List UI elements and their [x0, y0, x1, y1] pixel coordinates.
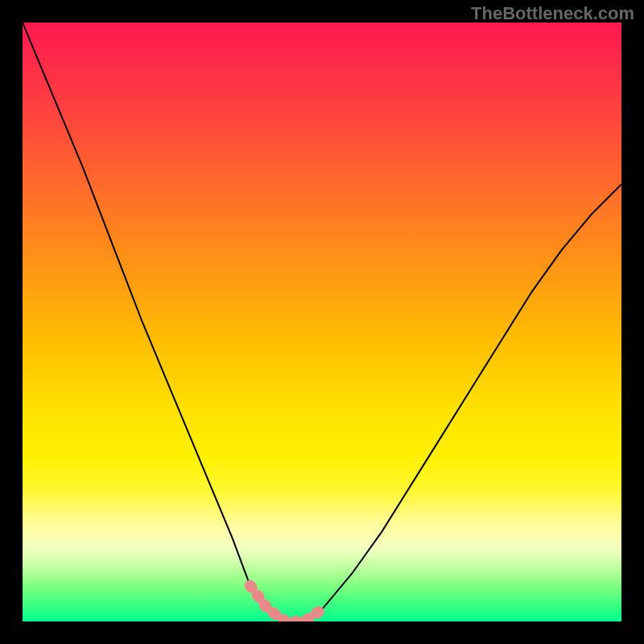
chart-frame: TheBottleneck.com — [0, 0, 644, 644]
watermark-text: TheBottleneck.com — [471, 3, 634, 24]
bottleneck-curve — [23, 23, 621, 621]
plot-area — [23, 23, 621, 621]
chart-svg — [23, 23, 621, 621]
optimal-zone-highlight — [250, 585, 322, 621]
